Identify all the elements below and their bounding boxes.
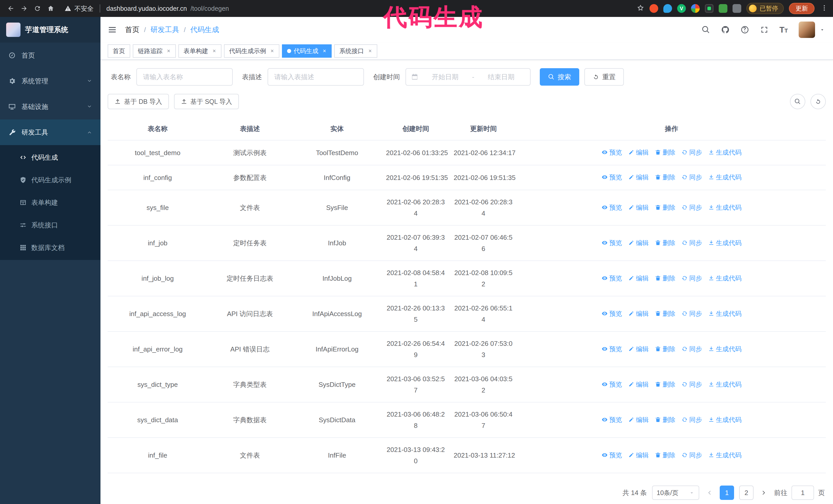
generate-code-link[interactable]: 生成代码	[708, 237, 741, 248]
edit-link[interactable]: 编辑	[628, 308, 649, 319]
page-1-button[interactable]: 1	[720, 485, 734, 500]
refresh-button[interactable]	[810, 94, 826, 109]
preview-link[interactable]: 预览	[601, 414, 622, 425]
sidebar-item-db-docs[interactable]: 数据库文档	[0, 236, 100, 259]
logo[interactable]: 芋道管理系统	[0, 17, 100, 43]
delete-link[interactable]: 删除	[655, 449, 675, 461]
close-icon[interactable]: ×	[366, 47, 374, 55]
preview-link[interactable]: 预览	[601, 308, 622, 319]
sidebar-item-infrastructure[interactable]: 基础设施	[0, 94, 100, 119]
breadcrumb-home[interactable]: 首页	[125, 25, 139, 34]
generate-code-link[interactable]: 生成代码	[708, 308, 741, 319]
close-icon[interactable]: ×	[165, 47, 172, 55]
delete-link[interactable]: 删除	[655, 147, 675, 158]
sidebar-item-home[interactable]: 首页	[0, 43, 100, 68]
hamburger-icon[interactable]	[108, 25, 117, 34]
date-range-picker[interactable]: 开始日期 - 结束日期	[405, 68, 530, 86]
close-icon[interactable]: ×	[321, 47, 328, 55]
edit-link[interactable]: 编辑	[628, 272, 649, 284]
security-warning[interactable]: 不安全	[65, 4, 94, 13]
breadcrumb-dev-tools[interactable]: 研发工具	[150, 25, 179, 34]
font-size-icon[interactable]: TT	[780, 26, 788, 34]
preview-link[interactable]: 预览	[601, 343, 622, 355]
preview-link[interactable]: 预览	[601, 379, 622, 390]
edit-link[interactable]: 编辑	[628, 202, 649, 213]
table-desc-input[interactable]	[268, 68, 364, 86]
edit-link[interactable]: 编辑	[628, 449, 649, 461]
github-icon[interactable]	[721, 25, 730, 34]
edit-link[interactable]: 编辑	[628, 147, 649, 158]
preview-link[interactable]: 预览	[601, 147, 622, 158]
browser-update-button[interactable]: 更新	[789, 3, 814, 14]
edit-link[interactable]: 编辑	[628, 414, 649, 425]
extension-icon[interactable]	[691, 4, 700, 13]
reset-button[interactable]: 重置	[585, 68, 624, 86]
extension-icon[interactable]	[649, 4, 658, 13]
sync-link[interactable]: 同步	[682, 171, 702, 183]
extension-icon[interactable]	[733, 4, 741, 13]
profile-paused-chip[interactable]: 已暂停	[746, 3, 784, 14]
generate-code-link[interactable]: 生成代码	[708, 202, 741, 213]
sidebar-item-form-builder[interactable]: 表单构建	[0, 191, 100, 214]
sync-link[interactable]: 同步	[682, 414, 702, 425]
preview-link[interactable]: 预览	[601, 202, 622, 213]
next-page-button[interactable]	[759, 489, 769, 496]
delete-link[interactable]: 删除	[655, 202, 675, 213]
extension-icon[interactable]: V	[677, 4, 686, 13]
edit-link[interactable]: 编辑	[628, 343, 649, 355]
edit-link[interactable]: 编辑	[628, 237, 649, 248]
generate-code-link[interactable]: 生成代码	[708, 449, 741, 461]
browser-home-button[interactable]	[44, 2, 57, 15]
sidebar-item-dev-tools[interactable]: 研发工具	[0, 119, 100, 145]
sidebar-item-system-management[interactable]: 系统管理	[0, 68, 100, 94]
preview-link[interactable]: 预览	[601, 449, 622, 461]
delete-link[interactable]: 删除	[655, 308, 675, 319]
generate-code-link[interactable]: 生成代码	[708, 147, 741, 158]
generate-code-link[interactable]: 生成代码	[708, 379, 741, 390]
browser-reload-button[interactable]	[31, 2, 44, 15]
sync-link[interactable]: 同步	[682, 202, 702, 213]
tab-codegen[interactable]: 代码生成 ×	[282, 44, 332, 58]
browser-forward-button[interactable]	[18, 2, 31, 15]
search-icon[interactable]	[701, 25, 710, 34]
sync-link[interactable]: 同步	[682, 308, 702, 319]
tab-trace[interactable]: 链路追踪 ×	[133, 44, 176, 58]
sync-link[interactable]: 同步	[682, 237, 702, 248]
preview-link[interactable]: 预览	[601, 171, 622, 183]
sidebar-item-codegen-example[interactable]: 代码生成示例	[0, 169, 100, 191]
close-icon[interactable]: ×	[211, 47, 218, 55]
browser-menu-icon[interactable]	[821, 4, 828, 13]
generate-code-link[interactable]: 生成代码	[708, 414, 741, 425]
sync-link[interactable]: 同步	[682, 379, 702, 390]
tab-home[interactable]: 首页	[108, 44, 130, 58]
address-bar[interactable]: 不安全 dashboard.yudao.iocoder.cn/tool/code…	[65, 4, 229, 13]
page-2-button[interactable]: 2	[739, 485, 754, 500]
sync-link[interactable]: 同步	[682, 272, 702, 284]
preview-link[interactable]: 预览	[601, 237, 622, 248]
extension-icon[interactable]	[719, 4, 728, 13]
toggle-search-button[interactable]	[790, 94, 805, 109]
table-name-input[interactable]	[136, 68, 233, 86]
tab-form-builder[interactable]: 表单构建 ×	[178, 44, 221, 58]
sync-link[interactable]: 同步	[682, 343, 702, 355]
tab-codegen-example[interactable]: 代码生成示例 ×	[224, 44, 279, 58]
extension-icon[interactable]	[663, 4, 672, 13]
page-size-select[interactable]: 10条/页	[652, 485, 699, 500]
sidebar-item-system-api[interactable]: 系统接口	[0, 214, 100, 236]
extension-icon[interactable]	[705, 4, 714, 13]
avatar[interactable]	[799, 22, 815, 38]
search-button[interactable]: 搜索	[540, 68, 579, 86]
delete-link[interactable]: 删除	[655, 272, 675, 284]
delete-link[interactable]: 删除	[655, 414, 675, 425]
preview-link[interactable]: 预览	[601, 272, 622, 284]
bookmark-star-icon[interactable]	[637, 4, 644, 13]
edit-link[interactable]: 编辑	[628, 379, 649, 390]
goto-page-input[interactable]	[791, 485, 814, 500]
prev-page-button[interactable]	[704, 489, 715, 496]
delete-link[interactable]: 删除	[655, 237, 675, 248]
caret-down-icon[interactable]	[820, 27, 825, 32]
browser-back-button[interactable]	[4, 2, 18, 15]
generate-code-link[interactable]: 生成代码	[708, 272, 741, 284]
delete-link[interactable]: 删除	[655, 379, 675, 390]
sync-link[interactable]: 同步	[682, 147, 702, 158]
